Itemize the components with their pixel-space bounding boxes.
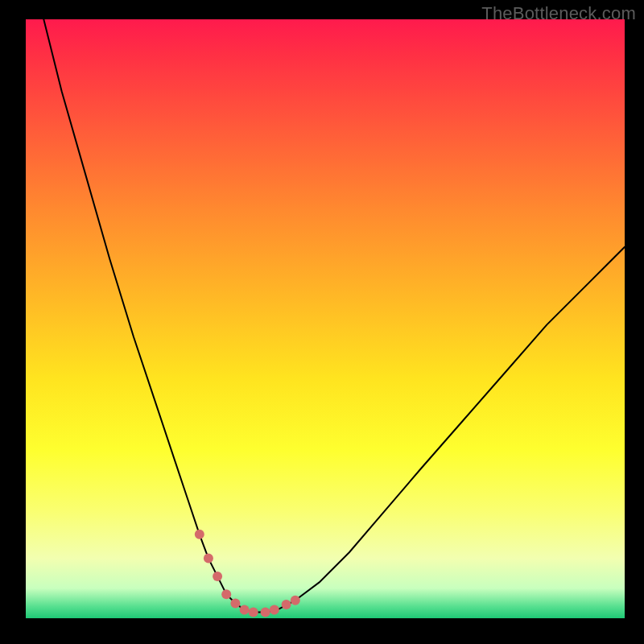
marker-dot bbox=[204, 554, 213, 564]
curve-svg bbox=[26, 19, 625, 618]
marker-dot bbox=[270, 605, 279, 615]
marker-dot bbox=[291, 596, 300, 605]
marker-dot bbox=[213, 572, 222, 581]
bottleneck-curve bbox=[43, 19, 625, 613]
marker-dot bbox=[240, 605, 250, 615]
chart-frame: TheBottleneck.com bbox=[0, 0, 644, 644]
marker-dot bbox=[221, 589, 231, 599]
marker-dot bbox=[230, 598, 240, 608]
optimal-markers bbox=[195, 530, 300, 617]
plot-area bbox=[26, 19, 625, 618]
marker-dot bbox=[249, 608, 258, 617]
marker-dot bbox=[261, 608, 270, 617]
marker-dot bbox=[282, 600, 291, 609]
marker-dot bbox=[195, 530, 204, 539]
watermark-text: TheBottleneck.com bbox=[481, 3, 636, 24]
